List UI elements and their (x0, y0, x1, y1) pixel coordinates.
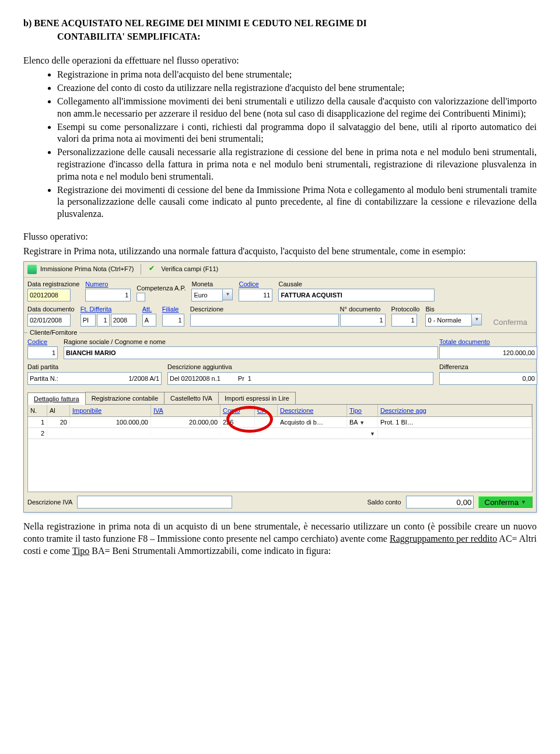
label-totale[interactable]: Totale documento (439, 338, 533, 346)
tab-castelletto[interactable]: Castelletto IVA (164, 392, 219, 404)
bullet-list: Registrazione in prima nota dell'acquist… (23, 69, 537, 220)
input-bis[interactable] (425, 314, 472, 327)
detail-grid: N. Al Imponibile IVA Conto CA Descrizion… (27, 405, 533, 492)
conferma-button-grey: Conferma (488, 316, 533, 327)
col-conto[interactable]: Conto (220, 405, 255, 416)
cell-iva: 20.000,00 (151, 418, 220, 427)
header-row-2: Data documento Ft. Differita Att. Filial… (24, 303, 536, 328)
conferma-button[interactable]: Conferma▼ (478, 496, 533, 508)
label-ft-diff[interactable]: Ft. Differita (80, 305, 136, 313)
col-imponibile[interactable]: Imponibile (70, 405, 151, 416)
input-descrizione[interactable] (190, 314, 339, 327)
label-protocollo: Protocollo (391, 305, 420, 313)
dropdown-tipo-icon[interactable]: ▼ (370, 431, 375, 437)
tab-reg-contabile[interactable]: Registrazione contabile (85, 392, 164, 404)
section-cliente: Cliente/Fornitore (27, 328, 79, 336)
grid-header: N. Al Imponibile IVA Conto CA Descrizion… (28, 405, 532, 417)
input-ndoc[interactable] (340, 314, 386, 327)
cell-n: 1 (28, 418, 47, 427)
col-n[interactable]: N. (28, 405, 47, 416)
bullet-item: Esempi su come personalizzare i conti, r… (57, 121, 537, 146)
input-cliente-codice[interactable] (27, 346, 58, 359)
input-descr-iva[interactable] (77, 496, 232, 508)
label-competenza: Competenza A.P. (136, 284, 186, 292)
new-entry-icon[interactable] (27, 265, 37, 274)
cell-descr: Acquisto di b… (278, 418, 347, 427)
dropdown-moneta[interactable]: ▼ (223, 289, 233, 300)
partita-n-label: Partita N.: (30, 374, 58, 383)
cell-n: 2 (28, 429, 47, 438)
del-value: Del 02012008 n.1 (170, 374, 220, 383)
label-att[interactable]: Att. (142, 305, 156, 313)
partita-n-value: 1/2008 A/1 (128, 374, 159, 383)
col-ca[interactable]: CA (255, 405, 278, 416)
tab-importi-lire[interactable]: Importi espressi in Lire (218, 392, 296, 404)
cell-al: 20 (47, 418, 70, 427)
input-pi[interactable] (80, 314, 96, 327)
col-descrizione[interactable]: Descrizione (278, 405, 347, 416)
label-cliente-codice[interactable]: Codice (27, 338, 58, 346)
flow-label: Flusso operativo: (23, 231, 537, 243)
label-descrizione: Descrizione (190, 305, 334, 313)
input-protocollo[interactable] (391, 314, 417, 327)
input-causale[interactable] (278, 289, 435, 301)
cell-tipo: BA ▼ (347, 418, 378, 427)
header-row-1: Data registrazione Numero Competenza A.P… (24, 278, 536, 303)
label-saldo: Saldo conto (367, 498, 401, 506)
pr-label: Pr (238, 374, 244, 383)
verify-icon[interactable] (148, 265, 158, 274)
grid-row-2[interactable]: 2 ▼ (28, 428, 532, 439)
separator (141, 264, 141, 275)
label-filiale[interactable]: Filiale (162, 305, 184, 313)
app-window: Immissione Prima Nota (Ctrl+F7) Verifica… (23, 261, 537, 513)
col-iva[interactable]: IVA (151, 405, 220, 416)
heading-line-1: b) BENE ACQUISTATO NEL REGIME DEI MINIMI… (23, 17, 537, 30)
tab-strip: Dettaglio fattura Registrazione contabil… (27, 392, 533, 405)
cell-conto: 226 (220, 418, 255, 427)
bullet-item: Creazione del conto di costo da utilizza… (57, 82, 537, 94)
input-data-reg[interactable] (27, 289, 71, 301)
input-numero[interactable] (85, 289, 131, 301)
input-saldo[interactable] (406, 496, 474, 508)
toolbar-item-verifica[interactable]: Verifica campi (F11) (161, 265, 218, 273)
toolbar: Immissione Prima Nota (Ctrl+F7) Verifica… (24, 262, 536, 278)
dropdown-tipo-icon[interactable]: ▼ (359, 420, 365, 426)
col-al[interactable]: Al (47, 405, 70, 416)
label-ragione: Ragione sociale / Cognome e nome (64, 338, 433, 346)
input-ragione[interactable] (64, 346, 438, 359)
label-codice[interactable]: Codice (239, 280, 272, 288)
input-data-doc[interactable] (27, 314, 71, 327)
toolbar-item-immissione[interactable]: Immissione Prima Nota (Ctrl+F7) (40, 265, 134, 273)
label-ndoc: N° documento (340, 305, 386, 313)
label-differenza: Differenza (439, 363, 533, 371)
label-dati-partita: Dati partita (27, 363, 162, 371)
flow-text: Registrare in Prima nota, utilizzando un… (23, 246, 537, 258)
grid-row-1[interactable]: 1 20 100.000,00 20.000,00 226 Acquisto d… (28, 417, 532, 428)
input-one[interactable] (97, 314, 110, 327)
bullet-item: Collegamento all'immissione movimenti de… (57, 96, 537, 120)
footer-row: Descrizione IVA Saldo conto Conferma▼ (24, 492, 536, 512)
checkbox-competenza[interactable] (136, 293, 145, 301)
bullet-item: Registrazione dei movimenti di cessione … (57, 184, 537, 220)
closing-paragraph: Nella registrazione in prima nota di un … (23, 521, 537, 557)
cell-ca (255, 422, 278, 423)
tab-dettaglio[interactable]: Dettaglio fattura (27, 392, 86, 405)
input-att[interactable] (142, 314, 156, 327)
input-totale[interactable] (439, 346, 537, 359)
col-tipo[interactable]: Tipo (347, 405, 378, 416)
input-moneta[interactable] (191, 289, 223, 301)
dropdown-bis[interactable]: ▼ (472, 314, 482, 325)
col-descr-agg[interactable]: Descrizione agg (378, 405, 532, 416)
cell-imp: 100.000,00 (70, 418, 151, 427)
label-numero[interactable]: Numero (85, 280, 131, 288)
label-moneta: Moneta (191, 280, 233, 288)
input-anno[interactable] (111, 314, 136, 327)
bullet-item: Personalizzazione delle causali necessar… (57, 146, 537, 183)
cell-prot: Prot. 1 BI… (378, 418, 532, 427)
input-filiale[interactable] (162, 314, 184, 327)
input-codice[interactable] (239, 289, 272, 301)
grid-empty-area (28, 439, 532, 492)
label-bis: Bis (425, 305, 482, 313)
input-differenza[interactable] (439, 372, 537, 385)
intro-text: Elenco delle operazioni da effettuare ne… (23, 55, 537, 67)
